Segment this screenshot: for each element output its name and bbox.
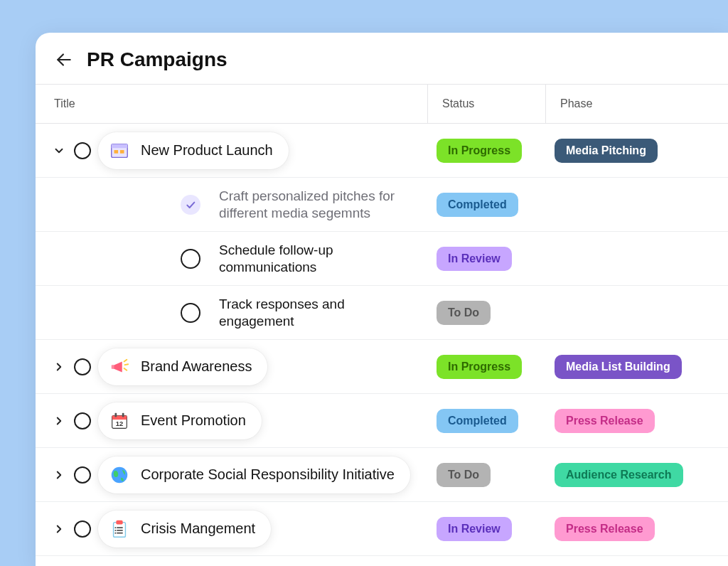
status-badge[interactable]: In Review [437, 247, 512, 271]
subtask-row[interactable]: Schedule follow-up communications In Rev… [36, 232, 728, 286]
svg-line-6 [124, 359, 127, 361]
status-badge[interactable]: In Progress [437, 139, 522, 163]
app-window: PR Campaigns Title Status Phase New Prod… [36, 33, 728, 566]
svg-text:12: 12 [116, 420, 123, 427]
svg-point-22 [114, 532, 116, 533]
campaign-label: Event Promotion [141, 412, 246, 429]
subtask-row[interactable]: Craft personalized pitches for different… [36, 178, 728, 232]
expand-toggle[interactable] [51, 413, 67, 429]
chevron-right-icon [53, 415, 65, 427]
svg-rect-10 [112, 415, 127, 420]
campaign-label: Corporate Social Responsibility Initiati… [141, 466, 395, 483]
page-header: PR Campaigns [36, 33, 728, 84]
campaign-list: New Product Launch In Progress Media Pit… [36, 124, 728, 556]
campaign-pill[interactable]: 12 Event Promotion [98, 402, 262, 439]
campaign-row[interactable]: 12 Event Promotion Completed Press Relea… [36, 394, 728, 448]
phase-badge[interactable]: Press Release [555, 517, 655, 541]
status-badge[interactable]: To Do [437, 301, 491, 325]
subtask-checkbox[interactable] [181, 303, 200, 323]
svg-line-7 [125, 364, 129, 365]
clipboard-icon [108, 518, 131, 540]
back-button[interactable] [54, 50, 74, 70]
svg-rect-2 [112, 144, 128, 148]
campaign-pill[interactable]: Crisis Mangement [98, 511, 271, 548]
svg-rect-11 [114, 412, 117, 417]
subtask-checkbox[interactable] [181, 195, 200, 215]
arrow-left-icon [55, 50, 73, 69]
status-badge[interactable]: To Do [437, 463, 491, 487]
status-badge[interactable]: Completed [437, 409, 518, 433]
campaign-pill[interactable]: New Product Launch [98, 132, 289, 169]
svg-rect-15 [114, 522, 126, 537]
campaign-label: Crisis Mangement [141, 520, 255, 537]
phase-badge[interactable]: Media List Building [555, 355, 682, 379]
campaign-row[interactable]: Corporate Social Responsibility Initiati… [36, 448, 728, 502]
subtask-checkbox[interactable] [181, 249, 200, 269]
status-badge[interactable]: In Progress [437, 355, 522, 379]
page-title: PR Campaigns [87, 48, 228, 71]
column-headers: Title Status Phase [36, 84, 728, 124]
campaign-label: New Product Launch [141, 142, 273, 159]
expand-toggle[interactable] [51, 521, 67, 537]
svg-rect-5 [112, 365, 114, 369]
chevron-right-icon [53, 361, 65, 373]
subtask-label: Craft personalized pitches for different… [208, 188, 418, 222]
column-header-phase[interactable]: Phase [546, 85, 728, 123]
phase-badge[interactable]: Audience Research [555, 463, 683, 487]
campaign-pill[interactable]: Brand Awareness [98, 348, 267, 385]
subtask-label: Schedule follow-up communications [208, 242, 418, 276]
select-radio[interactable] [74, 466, 91, 484]
check-icon [185, 199, 196, 210]
svg-rect-3 [114, 150, 119, 154]
campaign-row[interactable]: Brand Awareness In Progress Media List B… [36, 340, 728, 394]
svg-point-20 [114, 527, 116, 528]
campaign-label: Brand Awareness [141, 358, 252, 375]
chevron-right-icon [53, 523, 65, 535]
svg-point-21 [114, 529, 116, 530]
status-badge[interactable]: Completed [437, 193, 518, 217]
chevron-right-icon [53, 469, 65, 481]
browser-window-icon [108, 139, 131, 162]
megaphone-icon [108, 356, 131, 378]
chevron-down-icon [53, 144, 65, 157]
svg-rect-12 [122, 412, 124, 417]
svg-line-8 [124, 368, 127, 370]
column-header-title[interactable]: Title [36, 85, 428, 123]
status-badge[interactable]: In Review [437, 517, 512, 541]
campaign-row[interactable]: New Product Launch In Progress Media Pit… [36, 124, 728, 178]
expand-toggle[interactable] [51, 467, 67, 483]
phase-badge[interactable]: Media Pitching [555, 139, 658, 163]
phase-badge[interactable]: Press Release [555, 409, 655, 433]
campaign-pill[interactable]: Corporate Social Responsibility Initiati… [98, 456, 410, 493]
campaign-row[interactable]: Crisis Mangement In Review Press Release [36, 502, 728, 556]
subtask-label: Track responses and engagement [208, 296, 418, 330]
svg-rect-4 [120, 150, 124, 154]
expand-toggle[interactable] [51, 143, 67, 159]
select-radio[interactable] [74, 412, 91, 429]
expand-toggle[interactable] [51, 359, 67, 375]
subtask-row[interactable]: Track responses and engagement To Do [36, 286, 728, 340]
globe-icon [108, 464, 131, 486]
select-radio[interactable] [74, 142, 91, 159]
select-radio[interactable] [74, 520, 91, 538]
select-radio[interactable] [74, 358, 91, 375]
column-header-status[interactable]: Status [428, 85, 546, 123]
calendar-icon: 12 [108, 410, 131, 432]
svg-rect-16 [116, 520, 122, 524]
